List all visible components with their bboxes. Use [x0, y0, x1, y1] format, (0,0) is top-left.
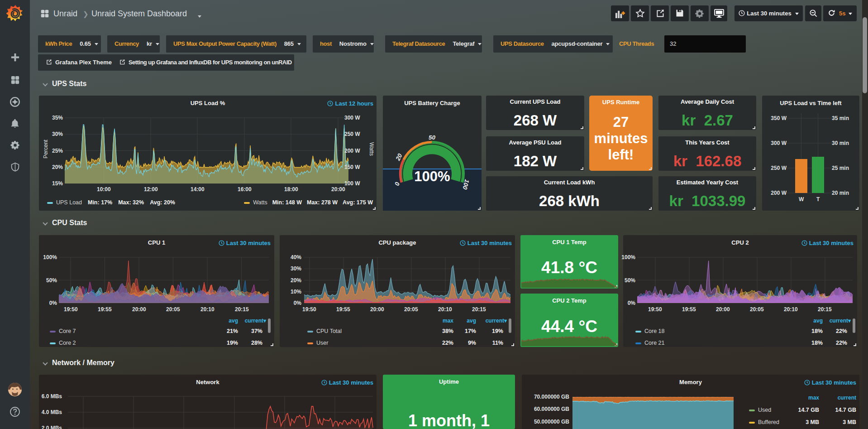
svg-text:50: 50 [429, 134, 436, 141]
